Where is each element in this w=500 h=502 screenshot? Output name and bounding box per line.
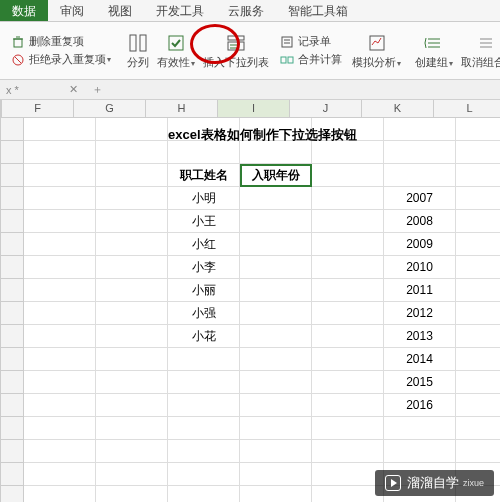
row-header[interactable] <box>0 141 24 164</box>
cell[interactable] <box>240 279 312 302</box>
cell[interactable]: 2013 <box>384 325 456 348</box>
cell[interactable] <box>240 302 312 325</box>
cell[interactable] <box>24 210 96 233</box>
row-header[interactable] <box>0 463 24 486</box>
cell[interactable] <box>96 118 168 141</box>
remove-duplicates-button[interactable]: 删除重复项 <box>7 33 87 51</box>
cell[interactable] <box>240 463 312 486</box>
cell[interactable] <box>312 486 384 502</box>
cell[interactable]: 2014 <box>384 348 456 371</box>
cell[interactable] <box>168 394 240 417</box>
cell[interactable] <box>240 210 312 233</box>
col-F[interactable]: F <box>2 100 74 118</box>
cell[interactable] <box>96 187 168 210</box>
cell[interactable] <box>96 302 168 325</box>
cell[interactable] <box>24 394 96 417</box>
reject-duplicates-button[interactable]: 拒绝录入重复项▾ <box>7 51 114 69</box>
cell[interactable] <box>240 486 312 502</box>
cell[interactable] <box>24 371 96 394</box>
cell[interactable] <box>96 279 168 302</box>
cell[interactable] <box>456 118 500 141</box>
cell[interactable] <box>312 440 384 463</box>
cell[interactable] <box>168 141 240 164</box>
split-column-button[interactable]: 分列 <box>123 30 153 72</box>
cell[interactable] <box>24 440 96 463</box>
cell[interactable] <box>456 417 500 440</box>
cell[interactable] <box>96 141 168 164</box>
cell[interactable] <box>456 233 500 256</box>
tab-cloud[interactable]: 云服务 <box>216 0 276 21</box>
cell[interactable] <box>24 187 96 210</box>
cell[interactable] <box>96 164 168 187</box>
cell[interactable] <box>312 325 384 348</box>
col-G[interactable]: G <box>74 100 146 118</box>
row-header[interactable] <box>0 325 24 348</box>
cell[interactable] <box>312 371 384 394</box>
cell[interactable] <box>96 417 168 440</box>
row-header[interactable] <box>0 118 24 141</box>
cell[interactable] <box>24 256 96 279</box>
tab-dev[interactable]: 开发工具 <box>144 0 216 21</box>
cell[interactable] <box>168 486 240 502</box>
cell[interactable] <box>24 486 96 502</box>
row-header[interactable] <box>0 417 24 440</box>
cell[interactable]: 小明 <box>168 187 240 210</box>
cell[interactable] <box>24 302 96 325</box>
spreadsheet-grid[interactable]: F G H I J K L 职工姓名入职年份小明2007小王2008小红2009… <box>0 100 500 502</box>
cell[interactable] <box>168 348 240 371</box>
cell[interactable] <box>312 417 384 440</box>
cell[interactable] <box>312 187 384 210</box>
cell[interactable]: 小王 <box>168 210 240 233</box>
cell[interactable] <box>96 371 168 394</box>
cell[interactable]: 2012 <box>384 302 456 325</box>
row-header[interactable] <box>0 371 24 394</box>
cell[interactable] <box>384 417 456 440</box>
cell[interactable] <box>384 141 456 164</box>
row-header[interactable] <box>0 256 24 279</box>
cell[interactable] <box>24 233 96 256</box>
cell[interactable]: 入职年份 <box>240 164 312 187</box>
cell[interactable] <box>384 164 456 187</box>
cell[interactable] <box>312 233 384 256</box>
cell[interactable] <box>24 164 96 187</box>
col-K[interactable]: K <box>362 100 434 118</box>
cell[interactable] <box>456 187 500 210</box>
cell[interactable] <box>384 440 456 463</box>
cell[interactable] <box>240 325 312 348</box>
cell[interactable] <box>456 440 500 463</box>
simulate-button[interactable]: 模拟分析▾ <box>348 30 405 72</box>
cell[interactable] <box>312 463 384 486</box>
row-header[interactable] <box>0 348 24 371</box>
row-header[interactable] <box>0 394 24 417</box>
cell[interactable] <box>24 463 96 486</box>
cell[interactable] <box>24 279 96 302</box>
cell[interactable] <box>312 210 384 233</box>
cell[interactable] <box>456 348 500 371</box>
cell[interactable] <box>312 164 384 187</box>
row-header[interactable] <box>0 302 24 325</box>
record-form-button[interactable]: 记录单 <box>276 33 334 51</box>
cell[interactable] <box>456 141 500 164</box>
cell[interactable]: 2010 <box>384 256 456 279</box>
cell[interactable] <box>240 394 312 417</box>
col-H[interactable]: H <box>146 100 218 118</box>
cell[interactable]: 小强 <box>168 302 240 325</box>
cell[interactable] <box>96 394 168 417</box>
cell[interactable] <box>24 417 96 440</box>
cell[interactable] <box>168 417 240 440</box>
tab-data[interactable]: 数据 <box>0 0 48 21</box>
row-header[interactable] <box>0 210 24 233</box>
col-L[interactable]: L <box>434 100 500 118</box>
row-header[interactable] <box>0 440 24 463</box>
validity-button[interactable]: 有效性▾ <box>153 30 199 72</box>
col-I[interactable]: I <box>218 100 290 118</box>
cell[interactable] <box>240 256 312 279</box>
cell[interactable] <box>96 210 168 233</box>
cell[interactable]: 小李 <box>168 256 240 279</box>
cell[interactable] <box>456 302 500 325</box>
cell[interactable]: 2015 <box>384 371 456 394</box>
cell[interactable] <box>24 118 96 141</box>
cell[interactable] <box>168 440 240 463</box>
cell[interactable] <box>24 325 96 348</box>
cell[interactable] <box>312 348 384 371</box>
